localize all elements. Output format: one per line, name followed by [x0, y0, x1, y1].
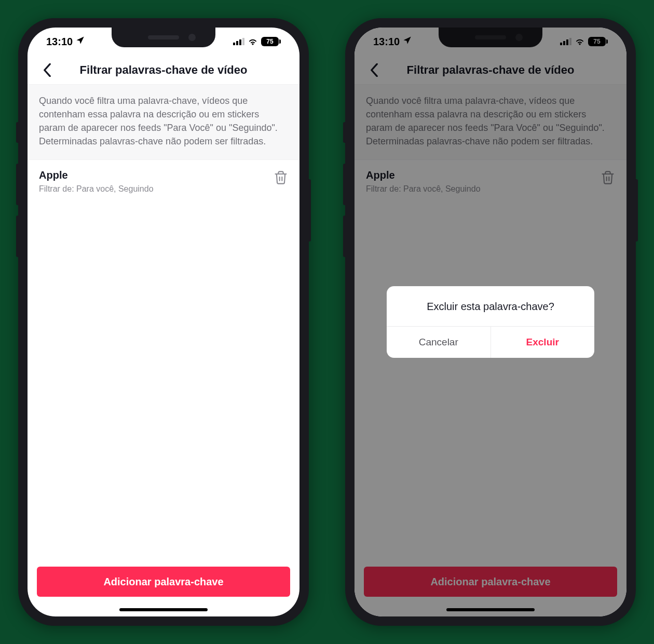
svg-rect-0	[233, 43, 235, 45]
phone-right: 13:10 75 Filt	[345, 18, 636, 626]
svg-rect-2	[239, 39, 241, 45]
side-button	[16, 122, 19, 143]
page-title: Filtrar palavras-chave de vídeo	[28, 63, 299, 77]
svg-rect-3	[242, 38, 244, 45]
phone-left: 13:10 75 Filt	[18, 18, 309, 626]
back-button[interactable]	[37, 60, 58, 81]
side-button	[635, 179, 638, 242]
location-icon	[76, 36, 85, 48]
keyword-subtext: Filtrar de: Para você, Seguindo	[39, 184, 265, 194]
battery-icon: 75	[261, 37, 281, 46]
side-button	[16, 216, 19, 257]
add-keyword-button[interactable]: Adicionar palavra-chave	[37, 567, 290, 597]
screen: 13:10 75 Filt	[28, 28, 299, 616]
home-indicator[interactable]	[119, 608, 208, 611]
side-button	[16, 164, 19, 205]
screen: 13:10 75 Filt	[355, 28, 626, 616]
side-button	[343, 216, 346, 257]
svg-rect-1	[236, 41, 238, 45]
cancel-button[interactable]: Cancelar	[387, 327, 491, 358]
status-time: 13:10	[46, 36, 73, 48]
side-button	[343, 122, 346, 143]
side-button	[308, 179, 311, 242]
delete-confirm-dialog: Excluir esta palavra-chave? Cancelar Exc…	[387, 286, 594, 358]
trash-icon[interactable]	[274, 170, 288, 185]
navbar: Filtrar palavras-chave de vídeo	[28, 56, 299, 85]
cellular-icon	[233, 38, 244, 45]
side-button	[343, 164, 346, 205]
speaker	[148, 35, 179, 39]
notch	[112, 28, 215, 47]
dialog-title: Excluir esta palavra-chave?	[387, 286, 594, 326]
confirm-delete-button[interactable]: Excluir	[491, 327, 595, 358]
keyword-name: Apple	[39, 169, 265, 181]
wifi-icon	[248, 38, 258, 45]
camera-dot	[188, 34, 196, 41]
keyword-item: Apple Filtrar de: Para você, Seguindo	[28, 160, 299, 203]
info-text: Quando você filtra uma palavra-chave, ví…	[28, 85, 299, 160]
